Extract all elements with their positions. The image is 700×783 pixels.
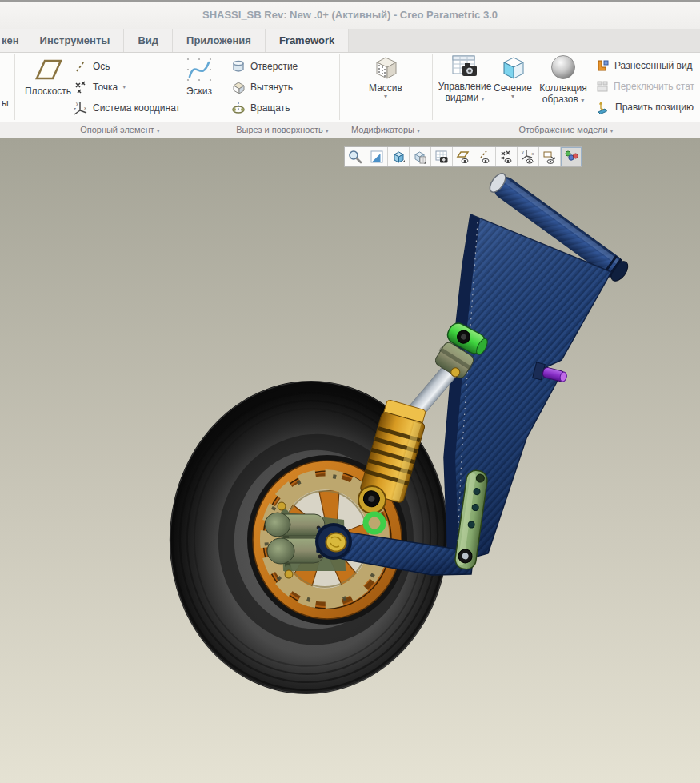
toggle-status-label: Переключить стат — [614, 81, 694, 92]
edit-position-button[interactable]: Править позицию — [597, 98, 694, 117]
csys-icon: y z x — [72, 100, 88, 116]
dropdown-arrow: ▾ — [581, 97, 584, 104]
pattern-label: Массив — [369, 82, 402, 94]
view-manager-label2: видами — [445, 92, 478, 103]
extrude-button[interactable]: Вытянуть — [231, 78, 293, 97]
csys-display-toggle[interactable]: y x — [518, 147, 539, 166]
svg-text:x: x — [532, 151, 534, 156]
csys-label: Система координат — [93, 102, 180, 114]
svg-text:y: y — [76, 101, 78, 106]
group-modifiers[interactable]: Модификаторы ▾ — [339, 122, 432, 138]
annotation-display-toggle[interactable] — [539, 147, 561, 166]
dropdown-arrow: ▾ — [384, 94, 387, 100]
plane-button[interactable]: Плоскость — [19, 56, 77, 97]
window-title: SHASSI_SB Rev: New .0+ (Активный) - Creo… — [202, 9, 498, 21]
hole-icon — [231, 59, 246, 74]
section-button[interactable]: Сечение ▾ — [493, 54, 533, 100]
axis-display-toggle[interactable] — [474, 147, 496, 166]
extrude-icon — [231, 80, 246, 94]
section-icon — [499, 54, 526, 80]
pattern-button[interactable]: Массив ▾ — [352, 54, 419, 100]
model-canvas[interactable] — [0, 138, 700, 783]
svg-text:x: x — [84, 106, 86, 110]
point-icon — [74, 80, 88, 94]
axis-button[interactable]: Ось — [74, 57, 110, 76]
axle-nut — [326, 533, 346, 552]
spin-center-icon — [564, 150, 578, 164]
point-button[interactable]: Точка ▾ — [74, 78, 126, 97]
view-manager-label: Управление — [438, 81, 492, 92]
axis-icon — [74, 59, 88, 74]
toggle-status-icon — [597, 81, 609, 93]
ribbon-tab-strip: кен Инструменты Вид Приложения Framework — [0, 29, 700, 53]
plane-display-toggle[interactable] — [453, 147, 474, 166]
appearance-button[interactable]: Коллекция образов ▾ — [534, 54, 592, 105]
tab-manikin-partial[interactable]: кен — [0, 29, 26, 52]
axis-label: Ось — [93, 61, 110, 72]
svg-text:z: z — [74, 106, 76, 111]
ribbon-separator — [226, 54, 226, 120]
ribbon-group-labels: Опорный элемент ▾ Вырез и поверхность ▾ … — [0, 122, 700, 138]
revolve-button[interactable]: Вращать — [231, 98, 290, 118]
tab-tools[interactable]: Инструменты — [26, 29, 125, 52]
revolve-icon — [231, 101, 246, 115]
svg-text:y: y — [522, 150, 524, 154]
ribbon-separator — [432, 54, 433, 120]
edit-position-icon — [597, 101, 610, 114]
extrude-label: Вытянуть — [250, 82, 293, 93]
zoom-in-button[interactable] — [345, 147, 366, 166]
point-display-toggle[interactable] — [496, 147, 518, 166]
plane-display-icon — [456, 150, 470, 164]
spin-center-toggle[interactable] — [561, 147, 582, 166]
view-manager-toolbar-button[interactable] — [431, 147, 453, 166]
toggle-status-button: Переключить стат — [597, 77, 694, 96]
ribbon: ы Плоскость Ось Точка ▾ — [0, 53, 700, 122]
appearance-sphere-icon — [550, 54, 577, 80]
refit-button[interactable] — [366, 147, 388, 166]
dropdown-arrow: ▾ — [511, 94, 514, 100]
dropdown-arrow: ▾ — [482, 95, 485, 102]
point-label: Точка — [93, 82, 118, 93]
exploded-view-label: Разнесенный вид — [614, 60, 693, 71]
ribbon-separator — [14, 54, 15, 120]
graphics-viewport[interactable]: y x — [0, 138, 700, 783]
view-manager-button[interactable]: Управление видами ▾ — [437, 54, 493, 103]
group-model-display[interactable]: Отображение модели ▾ — [432, 122, 700, 138]
group-datum[interactable]: Опорный элемент ▾ — [14, 122, 226, 138]
plane-icon — [31, 56, 65, 83]
view-manager-mini-icon — [434, 150, 449, 164]
magnifier-icon — [348, 150, 362, 164]
display-style-icon — [413, 150, 427, 164]
title-bar[interactable]: SHASSI_SB Rev: New .0+ (Активный) - Creo… — [0, 0, 700, 29]
group-cut-surface[interactable]: Вырез и поверхность ▾ — [226, 122, 339, 138]
appearance-label: Коллекция — [539, 82, 586, 94]
sketch-icon — [185, 56, 214, 83]
csys-display-icon: y x — [521, 150, 535, 164]
pattern-icon — [372, 54, 399, 80]
hole-button[interactable]: Отверстие — [231, 57, 298, 76]
sketch-button[interactable]: Эскиз — [178, 56, 221, 97]
display-style-button[interactable] — [410, 147, 431, 166]
appearance-label2: образов — [542, 94, 578, 105]
ribbon-separator — [339, 54, 340, 120]
sketch-label: Эскиз — [186, 86, 212, 97]
tab-view[interactable]: Вид — [124, 29, 173, 52]
tab-framework[interactable]: Framework — [266, 29, 349, 52]
saved-views-cube-icon — [391, 150, 406, 164]
exploded-view-button[interactable]: Разнесенный вид — [597, 56, 693, 75]
axis-display-icon — [478, 150, 492, 164]
revolve-label: Вращать — [250, 102, 290, 114]
point-display-icon — [499, 150, 514, 164]
dropdown-arrow: ▾ — [122, 84, 126, 90]
tab-applications[interactable]: Приложения — [173, 29, 266, 52]
csys-button[interactable]: y z x Система координат — [72, 98, 180, 118]
edit-position-label: Править позицию — [615, 102, 694, 113]
hole-label: Отверстие — [250, 61, 298, 72]
saved-views-button[interactable] — [388, 147, 410, 166]
in-graphics-toolbar: y x — [344, 146, 582, 167]
exploded-view-icon — [597, 59, 610, 72]
plane-label: Плоскость — [25, 86, 71, 97]
annotation-display-icon — [542, 150, 557, 164]
refit-icon — [370, 150, 384, 164]
creo-window: SHASSI_SB Rev: New .0+ (Активный) - Creo… — [0, 0, 700, 783]
